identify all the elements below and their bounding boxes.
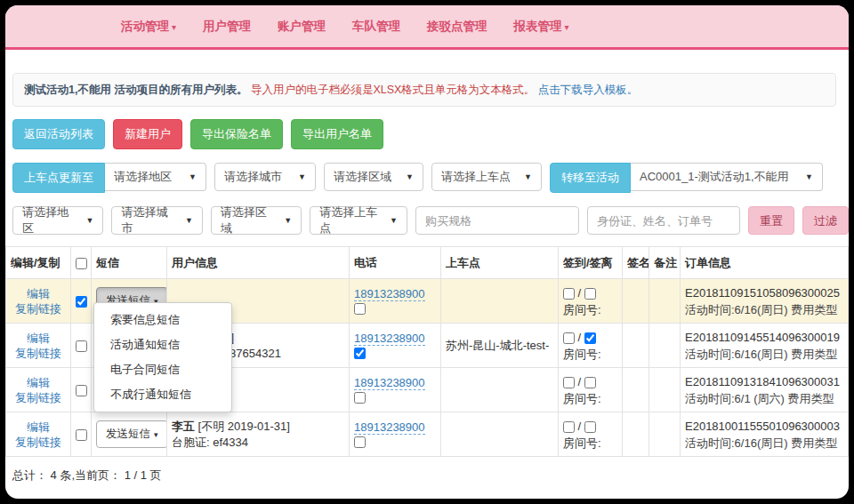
pickup-cell bbox=[441, 412, 559, 457]
header-edit-copy: 编辑/复制 bbox=[6, 247, 71, 279]
city-select[interactable]: 请选择城市▼ bbox=[214, 163, 316, 191]
phone-link[interactable]: 18913238900 bbox=[354, 287, 425, 301]
phone-link[interactable]: 18913238900 bbox=[354, 420, 425, 435]
phone-checkbox[interactable] bbox=[354, 303, 366, 315]
select-all-checkbox[interactable] bbox=[76, 258, 87, 269]
caret-down-icon: ▾ bbox=[565, 22, 569, 32]
checkout-checkbox[interactable] bbox=[584, 332, 596, 344]
filter-district-select[interactable]: 请选择区域▼ bbox=[211, 206, 302, 235]
filter-row: 请选择地区▼ 请选择城市▼ 请选择区域▼ 请选择上车点▼ 重置 过滤 bbox=[12, 206, 849, 235]
room-label: 房间号: bbox=[563, 348, 601, 361]
order-number: E20181109131841096300031 bbox=[685, 375, 840, 388]
checkin-checkbox[interactable] bbox=[563, 421, 575, 433]
checkout-checkbox[interactable] bbox=[584, 377, 596, 388]
room-label: 房间号: bbox=[563, 436, 601, 450]
navbar: 活动管理▾ 用户管理 账户管理 车队管理 接驳点管理 报表管理▾ bbox=[5, 5, 849, 50]
alert-warning: 导入用户的电子档必须是XLSX格式且单元格为文本格式。 bbox=[251, 84, 535, 96]
room-label: 房间号: bbox=[563, 303, 601, 316]
copy-link[interactable]: 复制链接 bbox=[11, 390, 66, 405]
checkin-checkbox[interactable] bbox=[563, 332, 575, 344]
nav-fleet-management[interactable]: 车队管理 bbox=[352, 19, 400, 35]
copy-link[interactable]: 复制链接 bbox=[11, 346, 66, 361]
checkin-checkbox[interactable] bbox=[563, 288, 575, 300]
phone-link[interactable]: 18913238900 bbox=[354, 376, 425, 390]
edit-link[interactable]: 编辑 bbox=[11, 286, 66, 301]
filter-pickup-select[interactable]: 请选择上车点▼ bbox=[310, 206, 407, 235]
note-cell bbox=[649, 368, 681, 412]
caret-down-icon: ▼ bbox=[524, 172, 532, 181]
edit-link[interactable]: 编辑 bbox=[11, 331, 66, 346]
row-checkbox[interactable] bbox=[76, 385, 87, 396]
filter-city-select[interactable]: 请选择城市▼ bbox=[111, 206, 202, 235]
nav-shuttle-point-management[interactable]: 接驳点管理 bbox=[427, 19, 487, 35]
phone-link[interactable]: 18913238900 bbox=[354, 332, 425, 346]
user-meta: [不明 2019-01-31] bbox=[195, 420, 290, 433]
header-select-all bbox=[71, 247, 92, 279]
header-user-info: 用户信息 bbox=[167, 247, 350, 279]
signature-cell bbox=[623, 279, 649, 324]
district-select[interactable]: 请选择区域▼ bbox=[324, 163, 423, 191]
nav-activity-management[interactable]: 活动管理▾ bbox=[121, 19, 176, 35]
order-number: E20181001155501096300003 bbox=[685, 420, 840, 433]
new-user-button[interactable]: 新建用户 bbox=[113, 119, 182, 149]
filter-region-select[interactable]: 请选择地区▼ bbox=[12, 206, 103, 235]
pickup-point-select[interactable]: 请选择上车点▼ bbox=[431, 163, 542, 191]
header-signature: 签名 bbox=[623, 247, 649, 279]
header-pickup: 上车点 bbox=[441, 247, 559, 279]
activity-select[interactable]: AC0001_1-测试活动1,不能用▼ bbox=[631, 163, 823, 191]
caret-down-icon: ▼ bbox=[298, 172, 306, 181]
header-note: 备注 bbox=[649, 247, 681, 279]
export-insurance-button[interactable]: 导出保险名单 bbox=[190, 119, 283, 149]
caret-down-icon: ▼ bbox=[284, 216, 292, 225]
copy-link[interactable]: 复制链接 bbox=[11, 301, 66, 316]
note-cell bbox=[649, 412, 681, 457]
transfer-group: 转移至活动 AC0001_1-测试活动1,不能用▼ bbox=[550, 163, 823, 193]
menu-item-e-contract-sms[interactable]: 电子合同短信 bbox=[94, 357, 231, 382]
user-id-line: 台胞证: ef4334 bbox=[172, 436, 248, 449]
transfer-to-activity-button[interactable]: 转移至活动 bbox=[550, 163, 631, 193]
spec-input[interactable] bbox=[415, 206, 579, 235]
search-input[interactable] bbox=[587, 206, 740, 235]
caret-down-icon: ▼ bbox=[185, 216, 193, 225]
nav-user-management[interactable]: 用户管理 bbox=[203, 19, 251, 35]
back-to-activity-list-button[interactable]: 返回活动列表 bbox=[12, 119, 105, 149]
phone-checkbox[interactable] bbox=[354, 436, 366, 448]
header-order-info: 订单信息 bbox=[681, 247, 849, 279]
caret-down-icon: ▼ bbox=[86, 216, 94, 225]
row-checkbox[interactable] bbox=[76, 296, 87, 308]
reset-button[interactable]: 重置 bbox=[748, 206, 794, 235]
pickup-cell bbox=[441, 279, 559, 324]
download-template-link[interactable]: 点击下载导入模板。 bbox=[538, 84, 639, 96]
edit-link[interactable]: 编辑 bbox=[11, 420, 66, 435]
menu-item-request-info-sms[interactable]: 索要信息短信 bbox=[94, 308, 231, 332]
update-pickup-button[interactable]: 上车点更新至 bbox=[12, 163, 105, 193]
pickup-update-row: 上车点更新至 请选择地区▼ 请选择城市▼ 请选择区域▼ 请选择上车点▼ 转移至活… bbox=[12, 163, 849, 193]
signature-cell bbox=[623, 412, 649, 457]
order-info: 活动时间:6/16(周日) 费用类型 bbox=[685, 436, 837, 450]
table-row: 编辑复制链接 发送短信▾ 李五 [不明 2019-01-31]台胞证: ef43… bbox=[6, 412, 849, 457]
row-checkbox[interactable] bbox=[76, 340, 87, 352]
row-checkbox[interactable] bbox=[76, 429, 87, 441]
checkin-checkbox[interactable] bbox=[563, 377, 575, 388]
checkout-checkbox[interactable] bbox=[584, 288, 596, 300]
filter-button[interactable]: 过滤 bbox=[802, 206, 849, 235]
note-cell bbox=[649, 279, 681, 324]
phone-checkbox[interactable] bbox=[354, 348, 366, 359]
region-select[interactable]: 请选择地区▼ bbox=[105, 163, 206, 191]
table-header-row: 编辑/复制 短信 用户信息 电话 上车点 签到/签离 签名 备注 订单信息 bbox=[6, 247, 849, 279]
nav-account-management[interactable]: 账户管理 bbox=[278, 19, 326, 35]
user-name: 李五 bbox=[172, 420, 195, 433]
caret-down-icon: ▼ bbox=[406, 172, 414, 181]
order-info: 活动时间:6/16(周日) 费用类型 bbox=[685, 303, 837, 316]
menu-item-activity-notice-sms[interactable]: 活动通知短信 bbox=[94, 332, 231, 357]
phone-checkbox[interactable] bbox=[354, 392, 366, 404]
copy-link[interactable]: 复制链接 bbox=[11, 435, 66, 450]
header-phone: 电话 bbox=[350, 247, 441, 279]
send-sms-button[interactable]: 发送短信▾ bbox=[96, 420, 167, 448]
nav-report-management[interactable]: 报表管理▾ bbox=[514, 19, 569, 35]
export-users-button[interactable]: 导出用户名单 bbox=[291, 119, 383, 149]
caret-down-icon: ▾ bbox=[154, 430, 158, 439]
menu-item-cancel-notice-sms[interactable]: 不成行通知短信 bbox=[94, 382, 231, 407]
checkout-checkbox[interactable] bbox=[584, 421, 596, 433]
edit-link[interactable]: 编辑 bbox=[11, 375, 66, 390]
